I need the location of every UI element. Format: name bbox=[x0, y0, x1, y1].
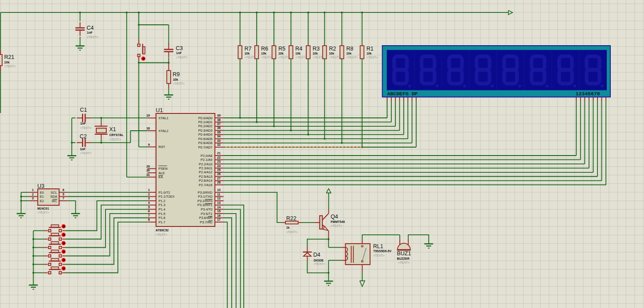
svg-text:P1.5: P1.5 bbox=[159, 212, 165, 216]
svg-text:<TEXT>: <TEXT> bbox=[176, 56, 187, 59]
svg-text:ALE: ALE bbox=[159, 171, 165, 175]
svg-text:4: 4 bbox=[148, 201, 150, 204]
svg-text:R1: R1 bbox=[367, 46, 374, 52]
svg-text:<TEXT>: <TEXT> bbox=[109, 138, 121, 141]
svg-text:FMMT549: FMMT549 bbox=[331, 220, 345, 223]
svg-text:M24C01: M24C01 bbox=[37, 207, 49, 210]
svg-text:9: 9 bbox=[148, 143, 150, 146]
svg-text:<TEXT>: <TEXT> bbox=[261, 56, 273, 59]
svg-text:P0.5/AD5: P0.5/AD5 bbox=[198, 137, 212, 141]
svg-text:39: 39 bbox=[217, 114, 221, 117]
svg-text:E2: E2 bbox=[40, 199, 44, 203]
svg-text:R7: R7 bbox=[244, 46, 251, 52]
svg-text:<TEXT>: <TEXT> bbox=[367, 56, 378, 59]
svg-text:1k: 1k bbox=[286, 226, 290, 229]
svg-text:10k: 10k bbox=[173, 78, 178, 81]
svg-text:19: 19 bbox=[146, 114, 150, 117]
svg-text:14: 14 bbox=[217, 206, 221, 209]
svg-text:P2.1/A9: P2.1/A9 bbox=[201, 158, 213, 162]
svg-text:PSEN: PSEN bbox=[159, 167, 168, 171]
svg-text:P1.7: P1.7 bbox=[159, 220, 165, 224]
svg-text:<TEXT>: <TEXT> bbox=[373, 254, 385, 257]
svg-text:12: 12 bbox=[217, 197, 221, 200]
svg-text:13: 13 bbox=[217, 201, 221, 204]
svg-text:BUZ1: BUZ1 bbox=[397, 250, 411, 257]
svg-text:CRYSTAL: CRYSTAL bbox=[109, 133, 124, 136]
svg-text:<TEXT>: <TEXT> bbox=[331, 224, 342, 227]
svg-text:10k: 10k bbox=[346, 52, 351, 55]
svg-text:6: 6 bbox=[62, 188, 64, 191]
svg-text:23: 23 bbox=[217, 160, 221, 163]
svg-text:<TEXT>: <TEXT> bbox=[156, 233, 167, 236]
svg-text:37: 37 bbox=[217, 122, 221, 125]
svg-text:2: 2 bbox=[148, 193, 150, 196]
svg-text:AT89C52: AT89C52 bbox=[156, 229, 169, 232]
svg-text:10k: 10k bbox=[295, 52, 301, 55]
svg-text:U1: U1 bbox=[156, 107, 163, 113]
svg-text:Q4: Q4 bbox=[331, 214, 338, 220]
svg-text:R22: R22 bbox=[286, 215, 297, 222]
svg-text:5: 5 bbox=[148, 206, 150, 209]
svg-text:DIODE: DIODE bbox=[314, 259, 324, 262]
svg-text:XTAL1: XTAL1 bbox=[159, 116, 168, 120]
svg-text:P2.7/A15: P2.7/A15 bbox=[199, 183, 212, 187]
svg-text:WC: WC bbox=[51, 199, 57, 203]
svg-text:ABCDEFG DP: ABCDEFG DP bbox=[387, 91, 418, 97]
svg-text:11: 11 bbox=[217, 193, 221, 196]
svg-text:7: 7 bbox=[148, 214, 150, 217]
svg-text:1: 1 bbox=[32, 188, 34, 191]
svg-text:18: 18 bbox=[146, 127, 150, 130]
svg-text:28: 28 bbox=[217, 181, 221, 184]
svg-text:31: 31 bbox=[146, 173, 150, 176]
svg-text:<TEXT>: <TEXT> bbox=[173, 82, 184, 85]
svg-text:<TEXT>: <TEXT> bbox=[314, 262, 325, 265]
svg-text:C2: C2 bbox=[80, 133, 87, 140]
svg-text:U3: U3 bbox=[37, 183, 44, 189]
svg-text:7: 7 bbox=[62, 197, 64, 200]
svg-text:P2.3/A11: P2.3/A11 bbox=[199, 166, 212, 170]
svg-text:RST: RST bbox=[159, 145, 165, 149]
svg-text:3: 3 bbox=[148, 197, 150, 200]
svg-text:<TEXT>: <TEXT> bbox=[295, 56, 307, 59]
svg-text:16: 16 bbox=[217, 214, 221, 217]
svg-text:P1.3: P1.3 bbox=[159, 203, 165, 207]
svg-text:P2.5/A13: P2.5/A13 bbox=[199, 175, 212, 179]
svg-text:SCL: SCL bbox=[51, 191, 57, 195]
svg-text:10k: 10k bbox=[367, 52, 372, 55]
svg-text:X1: X1 bbox=[109, 126, 116, 133]
svg-text:25: 25 bbox=[217, 168, 221, 172]
svg-text:29: 29 bbox=[146, 165, 150, 168]
svg-text:C3: C3 bbox=[176, 45, 183, 51]
svg-text:P1.1/T2EX: P1.1/T2EX bbox=[159, 195, 175, 199]
svg-text:R3: R3 bbox=[312, 46, 320, 52]
svg-text:<TEXT>: <TEXT> bbox=[37, 211, 49, 214]
svg-text:17: 17 bbox=[217, 218, 221, 221]
svg-text:<TEXT>: <TEXT> bbox=[329, 56, 340, 59]
svg-text:P3.0/RXD: P3.0/RXD bbox=[198, 191, 213, 195]
svg-text:R2: R2 bbox=[329, 46, 336, 52]
svg-text:27: 27 bbox=[217, 177, 221, 180]
svg-text:33: 33 bbox=[217, 139, 221, 142]
svg-text:XTAL2: XTAL2 bbox=[159, 129, 168, 133]
svg-text:21: 21 bbox=[217, 152, 221, 155]
svg-text:P0.1/AD1: P0.1/AD1 bbox=[198, 120, 212, 124]
svg-text:C4: C4 bbox=[86, 25, 94, 31]
svg-text:R9: R9 bbox=[173, 71, 180, 78]
svg-text:<TEXT>: <TEXT> bbox=[286, 230, 298, 234]
svg-text:P3.5/T1: P3.5/T1 bbox=[201, 212, 212, 216]
svg-text:<TEXT>: <TEXT> bbox=[80, 126, 92, 129]
svg-text:RL1: RL1 bbox=[373, 243, 383, 250]
svg-text:1nF: 1nF bbox=[176, 51, 182, 55]
svg-text:30: 30 bbox=[146, 169, 150, 172]
svg-text:<TEXT>: <TEXT> bbox=[346, 56, 358, 59]
svg-text:15: 15 bbox=[217, 210, 221, 213]
svg-text:<TEXT>: <TEXT> bbox=[278, 56, 290, 59]
svg-text:35: 35 bbox=[217, 131, 221, 134]
svg-text:22: 22 bbox=[217, 156, 221, 159]
svg-text:1: 1 bbox=[148, 188, 150, 191]
svg-text:P0.3/AD3: P0.3/AD3 bbox=[198, 129, 212, 133]
svg-text:10k: 10k bbox=[261, 52, 266, 55]
svg-text:SDA: SDA bbox=[50, 195, 57, 199]
svg-text:R5: R5 bbox=[278, 46, 285, 52]
svg-text:1nF: 1nF bbox=[80, 148, 86, 151]
